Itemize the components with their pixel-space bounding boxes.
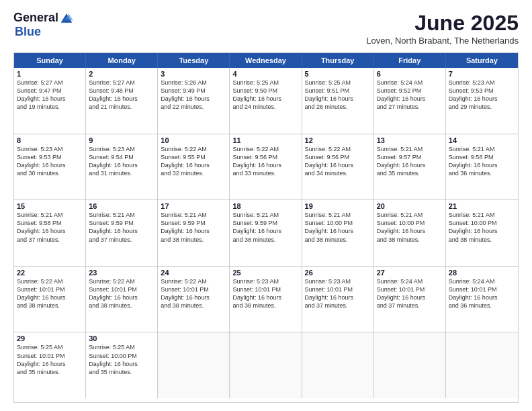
table-row: 16Sunrise: 5:21 AM Sunset: 9:59 PM Dayli… [86,200,158,266]
table-row: 22Sunrise: 5:22 AM Sunset: 10:01 PM Dayl… [14,267,86,332]
cell-info: Sunrise: 5:22 AM Sunset: 9:55 PM Dayligh… [161,145,226,178]
cell-info: Sunrise: 5:21 AM Sunset: 9:57 PM Dayligh… [377,145,443,178]
table-row: 21Sunrise: 5:21 AM Sunset: 10:00 PM Dayl… [446,200,518,266]
cell-info: Sunrise: 5:23 AM Sunset: 9:54 PM Dayligh… [89,145,154,178]
header-tuesday: Tuesday [158,53,230,68]
logo-general: General [13,11,58,25]
header-thursday: Thursday [302,53,374,68]
day-number: 15 [17,202,83,210]
cell-info: Sunrise: 5:25 AM Sunset: 10:01 PM Daylig… [17,343,83,376]
cell-info: Sunrise: 5:23 AM Sunset: 10:01 PM Daylig… [305,277,371,310]
cell-info: Sunrise: 5:24 AM Sunset: 9:52 PM Dayligh… [377,79,443,111]
day-number: 24 [161,269,226,277]
table-row: 2Sunrise: 5:27 AM Sunset: 9:48 PM Daylig… [86,68,158,134]
table-row: 4Sunrise: 5:25 AM Sunset: 9:50 PM Daylig… [230,68,302,134]
day-number: 18 [232,202,298,210]
day-number: 6 [377,70,443,78]
table-row: 13Sunrise: 5:21 AM Sunset: 9:57 PM Dayli… [374,134,446,200]
table-row: 17Sunrise: 5:21 AM Sunset: 9:59 PM Dayli… [158,200,230,266]
week-row-3: 15Sunrise: 5:21 AM Sunset: 9:58 PM Dayli… [14,200,518,267]
table-row: 5Sunrise: 5:25 AM Sunset: 9:51 PM Daylig… [302,68,374,134]
title-area: June 2025 Loven, North Brabant, The Neth… [366,11,519,46]
day-number: 7 [449,70,515,78]
header-monday: Monday [86,53,158,68]
table-row: 29Sunrise: 5:25 AM Sunset: 10:01 PM Dayl… [14,332,86,398]
day-number: 19 [305,202,371,210]
header-wednesday: Wednesday [230,53,302,68]
header-sunday: Sunday [14,53,86,68]
cell-info: Sunrise: 5:26 AM Sunset: 9:49 PM Dayligh… [161,79,226,111]
table-row: 25Sunrise: 5:23 AM Sunset: 10:01 PM Dayl… [230,267,302,332]
table-row: 3Sunrise: 5:26 AM Sunset: 9:49 PM Daylig… [158,68,230,134]
day-number: 5 [305,70,371,78]
cell-info: Sunrise: 5:22 AM Sunset: 10:01 PM Daylig… [17,277,83,310]
logo-icon [60,11,73,25]
cell-info: Sunrise: 5:25 AM Sunset: 9:50 PM Dayligh… [232,79,298,111]
table-row [230,332,302,398]
table-row: 10Sunrise: 5:22 AM Sunset: 9:55 PM Dayli… [158,134,230,200]
header: General Blue June 2025 Loven, North Brab… [13,11,519,46]
cell-info: Sunrise: 5:25 AM Sunset: 10:00 PM Daylig… [89,343,154,376]
calendar-header: Sunday Monday Tuesday Wednesday Thursday… [14,53,518,68]
cell-info: Sunrise: 5:21 AM Sunset: 9:59 PM Dayligh… [89,211,154,244]
table-row [302,332,374,398]
table-row: 18Sunrise: 5:21 AM Sunset: 9:59 PM Dayli… [230,200,302,266]
day-number: 3 [161,70,226,78]
day-number: 2 [89,70,154,78]
table-row: 15Sunrise: 5:21 AM Sunset: 9:58 PM Dayli… [14,200,86,266]
cell-info: Sunrise: 5:21 AM Sunset: 10:00 PM Daylig… [305,211,371,244]
table-row: 26Sunrise: 5:23 AM Sunset: 10:01 PM Dayl… [302,267,374,332]
calendar: Sunday Monday Tuesday Wednesday Thursday… [13,52,519,403]
cell-info: Sunrise: 5:27 AM Sunset: 9:48 PM Dayligh… [89,79,154,111]
page: General Blue June 2025 Loven, North Brab… [0,0,532,411]
week-row-4: 22Sunrise: 5:22 AM Sunset: 10:01 PM Dayl… [14,267,518,333]
header-saturday: Saturday [446,53,518,68]
logo-blue: Blue [15,25,41,38]
table-row: 9Sunrise: 5:23 AM Sunset: 9:54 PM Daylig… [86,134,158,200]
table-row: 23Sunrise: 5:22 AM Sunset: 10:01 PM Dayl… [86,267,158,332]
cell-info: Sunrise: 5:21 AM Sunset: 10:00 PM Daylig… [377,211,443,244]
day-number: 25 [232,269,298,277]
month-title: June 2025 [366,11,519,36]
table-row: 28Sunrise: 5:24 AM Sunset: 10:01 PM Dayl… [446,267,518,332]
week-row-1: 1Sunrise: 5:27 AM Sunset: 9:47 PM Daylig… [14,68,518,134]
cell-info: Sunrise: 5:23 AM Sunset: 10:01 PM Daylig… [232,277,298,310]
cell-info: Sunrise: 5:21 AM Sunset: 9:59 PM Dayligh… [161,211,226,244]
table-row [446,332,518,398]
table-row: 19Sunrise: 5:21 AM Sunset: 10:00 PM Dayl… [302,200,374,266]
day-number: 23 [89,269,154,277]
day-number: 29 [17,334,83,342]
table-row: 7Sunrise: 5:23 AM Sunset: 9:53 PM Daylig… [446,68,518,134]
cell-info: Sunrise: 5:24 AM Sunset: 10:01 PM Daylig… [377,277,443,310]
day-number: 26 [305,269,371,277]
table-row [158,332,230,398]
cell-info: Sunrise: 5:21 AM Sunset: 9:59 PM Dayligh… [232,211,298,244]
cell-info: Sunrise: 5:21 AM Sunset: 10:00 PM Daylig… [449,211,515,244]
day-number: 9 [89,136,154,144]
day-number: 4 [232,70,298,78]
table-row: 1Sunrise: 5:27 AM Sunset: 9:47 PM Daylig… [14,68,86,134]
table-row: 24Sunrise: 5:22 AM Sunset: 10:01 PM Dayl… [158,267,230,332]
day-number: 17 [161,202,226,210]
table-row: 11Sunrise: 5:22 AM Sunset: 9:56 PM Dayli… [230,134,302,200]
cell-info: Sunrise: 5:22 AM Sunset: 10:01 PM Daylig… [161,277,226,310]
cell-info: Sunrise: 5:22 AM Sunset: 9:56 PM Dayligh… [232,145,298,178]
day-number: 10 [161,136,226,144]
day-number: 12 [305,136,371,144]
week-row-2: 8Sunrise: 5:23 AM Sunset: 9:53 PM Daylig… [14,134,518,201]
cell-info: Sunrise: 5:23 AM Sunset: 9:53 PM Dayligh… [17,145,83,178]
cell-info: Sunrise: 5:21 AM Sunset: 9:58 PM Dayligh… [449,145,515,178]
day-number: 22 [17,269,83,277]
table-row: 20Sunrise: 5:21 AM Sunset: 10:00 PM Dayl… [374,200,446,266]
location: Loven, North Brabant, The Netherlands [366,36,519,46]
cell-info: Sunrise: 5:27 AM Sunset: 9:47 PM Dayligh… [17,79,83,111]
cell-info: Sunrise: 5:21 AM Sunset: 9:58 PM Dayligh… [17,211,83,244]
table-row: 6Sunrise: 5:24 AM Sunset: 9:52 PM Daylig… [374,68,446,134]
table-row: 30Sunrise: 5:25 AM Sunset: 10:00 PM Dayl… [86,332,158,398]
header-friday: Friday [374,53,446,68]
day-number: 20 [377,202,443,210]
day-number: 11 [232,136,298,144]
table-row [374,332,446,398]
day-number: 16 [89,202,154,210]
cell-info: Sunrise: 5:22 AM Sunset: 10:01 PM Daylig… [89,277,154,310]
